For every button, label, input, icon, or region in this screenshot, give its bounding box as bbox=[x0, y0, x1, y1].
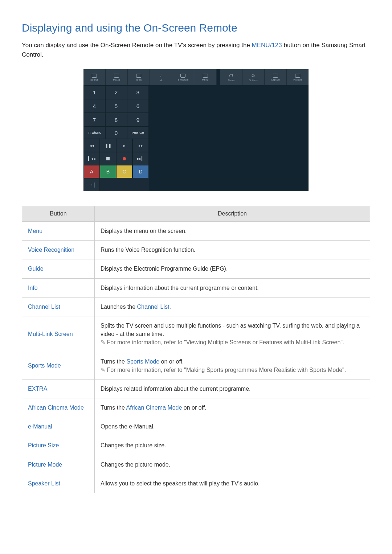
top-icon-options[interactable]: ⚙Options bbox=[242, 69, 265, 85]
top-icon-label: Tools bbox=[136, 78, 142, 81]
num-4[interactable]: 4 bbox=[83, 99, 105, 113]
table-row: Picture Size Changes the picture size. bbox=[22, 436, 370, 455]
intro-part-a: You can display and use the On-Screen Re… bbox=[22, 42, 252, 49]
top-icon-label: P.Mode bbox=[293, 78, 302, 81]
btn-name: Picture Mode bbox=[22, 455, 95, 474]
btn-desc: Turns the African Cinema Mode on or off. bbox=[95, 398, 370, 417]
onscreen-remote: Source P.Size Tools iInfo e-Manual Menu … bbox=[83, 69, 309, 191]
table-row: Channel List Launches the Channel List. bbox=[22, 297, 370, 316]
channel-list-link: Channel List bbox=[137, 304, 170, 310]
top-icon-label: Menu bbox=[202, 78, 209, 81]
prech-button[interactable]: PRE-CH bbox=[127, 127, 149, 139]
sports-mode-link: Sports Mode bbox=[126, 358, 159, 365]
btn-desc: Launches the Channel List. bbox=[95, 297, 370, 316]
num-0[interactable]: 0 bbox=[105, 127, 127, 139]
stop-icon bbox=[106, 157, 110, 160]
btn-name: Voice Recognition bbox=[22, 241, 95, 259]
top-icon-label: e-Manual bbox=[178, 78, 188, 81]
next-track-button[interactable]: ▸▸▎ bbox=[132, 152, 149, 165]
btn-desc: Displays the Electronic Programme Guide … bbox=[95, 259, 370, 278]
num-8[interactable]: 8 bbox=[105, 113, 127, 127]
btn-name: Menu bbox=[22, 222, 95, 241]
btn-name: EXTRA bbox=[22, 379, 95, 398]
color-d-button[interactable]: D bbox=[132, 165, 149, 178]
page-title: Displaying and using the On-Screen Remot… bbox=[22, 22, 370, 34]
table-row: Voice Recognition Runs the Voice Recogni… bbox=[22, 241, 370, 259]
top-icon-menu[interactable]: Menu bbox=[194, 69, 216, 85]
top-icon-psize[interactable]: P.Size bbox=[106, 69, 128, 85]
th-button: Button bbox=[22, 206, 95, 222]
table-row: Speaker List Allows you to select the sp… bbox=[22, 474, 370, 493]
top-icon-emanual[interactable]: e-Manual bbox=[172, 69, 194, 85]
color-b-button[interactable]: B bbox=[100, 165, 116, 178]
stop-button[interactable] bbox=[100, 152, 116, 165]
african-cinema-link: African Cinema Mode bbox=[126, 405, 182, 411]
top-icon-tools[interactable]: Tools bbox=[128, 69, 150, 85]
btn-desc: Displays information about the current p… bbox=[95, 278, 370, 297]
btn-name: African Cinema Mode bbox=[22, 398, 95, 417]
intro-text: You can display and use the On-Screen Re… bbox=[22, 41, 370, 59]
top-icon-label: Options bbox=[249, 79, 258, 82]
table-row: Sports Mode Turns the Sports Mode on or … bbox=[22, 352, 370, 379]
note-text: For more information, refer to "Viewing … bbox=[101, 339, 344, 345]
table-row: Picture Mode Changes the picture mode. bbox=[22, 455, 370, 474]
top-icon-pmode[interactable]: P.Mode bbox=[287, 69, 309, 85]
num-3[interactable]: 3 bbox=[127, 85, 149, 99]
top-icon-label: Source bbox=[90, 78, 98, 81]
top-icon-label: Alarm bbox=[228, 79, 234, 82]
top-icon-source[interactable]: Source bbox=[83, 69, 106, 85]
color-c-button[interactable]: C bbox=[116, 165, 132, 178]
table-row: African Cinema Mode Turns the African Ci… bbox=[22, 398, 370, 417]
menu123-keyword: MENU/123 bbox=[252, 42, 282, 49]
table-row: EXTRA Displays related information about… bbox=[22, 379, 370, 398]
th-description: Description bbox=[95, 206, 370, 222]
btn-name: e-Manual bbox=[22, 417, 95, 436]
rewind-button[interactable]: ◂◂ bbox=[83, 139, 100, 152]
num-7[interactable]: 7 bbox=[83, 113, 105, 127]
top-icon-caption[interactable]: Caption bbox=[265, 69, 287, 85]
exit-spacer bbox=[100, 178, 149, 191]
top-icon-label: Info bbox=[159, 79, 163, 82]
top-icon-label: P.Size bbox=[113, 78, 120, 81]
num-2[interactable]: 2 bbox=[105, 85, 127, 99]
btn-desc: Changes the picture mode. bbox=[95, 455, 370, 474]
record-icon bbox=[123, 157, 126, 160]
btn-name: Picture Size bbox=[22, 436, 95, 455]
remote-top-row: Source P.Size Tools iInfo e-Manual Menu … bbox=[83, 69, 309, 85]
table-row: e-Manual Opens the e-Manual. bbox=[22, 417, 370, 436]
top-icon-alarm[interactable]: ⏱Alarm bbox=[220, 69, 242, 85]
num-1[interactable]: 1 bbox=[83, 85, 105, 99]
table-row: Multi-Link Screen Splits the TV screen a… bbox=[22, 316, 370, 352]
note-text: For more information, refer to "Making S… bbox=[101, 367, 346, 373]
num-9[interactable]: 9 bbox=[127, 113, 149, 127]
btn-desc: Turns the Sports Mode on or off. For mor… bbox=[95, 352, 370, 379]
btn-name: Speaker List bbox=[22, 474, 95, 493]
btn-desc: Splits the TV screen and use multiple fu… bbox=[95, 316, 370, 352]
button-description-table: Button Description Menu Displays the men… bbox=[22, 206, 370, 493]
num-5[interactable]: 5 bbox=[105, 99, 127, 113]
table-row: Menu Displays the menu on the screen. bbox=[22, 222, 370, 241]
num-6[interactable]: 6 bbox=[127, 99, 149, 113]
btn-name: Multi-Link Screen bbox=[22, 316, 95, 352]
btn-desc: Changes the picture size. bbox=[95, 436, 370, 455]
play-button[interactable]: ▸ bbox=[116, 139, 132, 152]
record-button[interactable] bbox=[116, 152, 132, 165]
pause-button[interactable]: ❚❚ bbox=[100, 139, 116, 152]
btn-desc: Allows you to select the speakers that w… bbox=[95, 474, 370, 493]
btn-name: Guide bbox=[22, 259, 95, 278]
remote-pad: 1 2 3 4 5 6 7 8 9 TTX/MIX 0 PRE-CH ◂◂ ❚❚… bbox=[83, 85, 149, 191]
btn-name: Sports Mode bbox=[22, 352, 95, 379]
btn-desc: Displays related information about the c… bbox=[95, 379, 370, 398]
ttxmix-button[interactable]: TTX/MIX bbox=[83, 127, 105, 139]
exit-button[interactable]: →| bbox=[83, 178, 100, 191]
top-icon-info[interactable]: iInfo bbox=[150, 69, 172, 85]
top-spacer bbox=[217, 69, 220, 85]
table-row: Info Displays information about the curr… bbox=[22, 278, 370, 297]
prev-track-button[interactable]: ▎◂◂ bbox=[83, 152, 100, 165]
btn-desc: Displays the menu on the screen. bbox=[95, 222, 370, 241]
top-icon-label: Caption bbox=[271, 78, 280, 81]
ffwd-button[interactable]: ▸▸ bbox=[132, 139, 149, 152]
table-row: Guide Displays the Electronic Programme … bbox=[22, 259, 370, 278]
color-a-button[interactable]: A bbox=[83, 165, 100, 178]
btn-name: Info bbox=[22, 278, 95, 297]
